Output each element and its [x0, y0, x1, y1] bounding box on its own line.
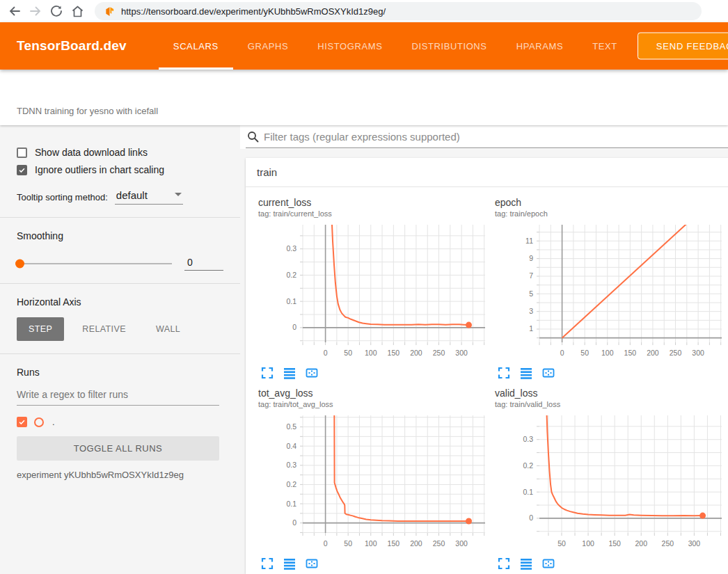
data-lines-icon: [283, 367, 296, 379]
wall-axis-button[interactable]: WALL: [144, 317, 192, 341]
chart-toolbar: [495, 367, 722, 381]
fit-domain-button[interactable]: [542, 557, 555, 571]
tag-filter-row: Filter tags (regular expressions support…: [240, 125, 728, 149]
ignore-outliers-row[interactable]: Ignore outliers in chart scaling: [17, 164, 223, 175]
tag-group-header[interactable]: train: [246, 158, 728, 187]
runs-section: Runs Write a regex to filter runs . TOGG…: [0, 354, 240, 493]
show-download-links-row[interactable]: Show data download links: [17, 147, 223, 158]
run-checkbox[interactable]: [17, 417, 27, 427]
svg-text:0.1: 0.1: [286, 500, 296, 508]
reload-button[interactable]: [46, 1, 67, 21]
content: Show data download links Ignore outliers…: [0, 125, 728, 574]
run-name: .: [52, 417, 55, 427]
svg-text:0: 0: [292, 323, 296, 331]
svg-text:0: 0: [324, 539, 328, 548]
slider-thumb[interactable]: [15, 260, 24, 269]
home-button[interactable]: [67, 1, 88, 21]
svg-text:150: 150: [388, 539, 400, 548]
svg-text:0.3: 0.3: [286, 461, 296, 469]
svg-text:50: 50: [580, 349, 589, 357]
fullscreen-icon: [498, 557, 510, 570]
tab-distributions[interactable]: DISTRIBUTIONS: [397, 22, 501, 70]
app-logo: TensorBoard.dev: [17, 38, 127, 54]
svg-text:250: 250: [433, 539, 445, 548]
browser-toolbar: https://tensorboard.dev/experiment/yKUbh…: [0, 0, 728, 22]
home-icon: [71, 5, 84, 18]
tab-histograms[interactable]: HISTOGRAMS: [303, 22, 397, 70]
toggle-all-runs-button[interactable]: TOGGLE ALL RUNS: [17, 436, 219, 461]
experiment-title-bar: TDNN training for yesno with icefall: [0, 70, 728, 125]
tooltip-sorting-row: Tooltip sorting method: default: [17, 189, 223, 205]
chart-tag: tag: train/epoch: [495, 209, 722, 218]
svg-text:0: 0: [292, 518, 296, 527]
tag-filter-input[interactable]: Filter tags (regular expressions support…: [246, 129, 728, 148]
data-lines-button[interactable]: [520, 557, 532, 571]
chart-plot[interactable]: 0501001502002503001357911: [495, 220, 726, 363]
fullscreen-button[interactable]: [498, 367, 510, 381]
tab-hparams[interactable]: HPARAMS: [502, 22, 578, 70]
data-lines-icon: [520, 367, 532, 379]
fullscreen-icon: [261, 367, 274, 379]
chart-plot[interactable]: 05010015020025030000.10.20.30.40.5: [258, 410, 489, 554]
ignore-outliers-checkbox[interactable]: [17, 165, 27, 175]
series-end-dot: [466, 322, 472, 328]
svg-text:0.1: 0.1: [286, 297, 296, 305]
step-axis-button[interactable]: STEP: [17, 317, 64, 341]
fullscreen-button[interactable]: [498, 557, 510, 571]
data-lines-button[interactable]: [283, 367, 296, 381]
fit-domain-button[interactable]: [542, 367, 555, 381]
data-lines-icon: [520, 557, 532, 570]
run-filter-input[interactable]: Write a regex to filter runs: [17, 389, 219, 406]
chart-toolbar: [258, 557, 485, 571]
run-color-swatch-icon[interactable]: [34, 417, 44, 427]
charts-grid: current_losstag: train/current_loss05010…: [246, 187, 728, 574]
svg-text:250: 250: [662, 539, 674, 548]
tooltip-sorting-label: Tooltip sorting method:: [17, 192, 108, 205]
svg-text:0: 0: [529, 513, 533, 522]
fullscreen-icon: [498, 367, 510, 379]
svg-text:200: 200: [635, 539, 647, 548]
svg-text:0: 0: [560, 349, 564, 357]
chevron-down-icon: [175, 193, 182, 196]
tab-graphs[interactable]: GRAPHS: [233, 22, 303, 70]
forward-button[interactable]: [25, 1, 46, 21]
svg-text:9: 9: [529, 254, 533, 262]
tooltip-sorting-dropdown[interactable]: default: [115, 189, 183, 205]
chart-card-valid_loss: valid_losstag: train/valid_loss501001502…: [485, 383, 722, 574]
fullscreen-button[interactable]: [261, 557, 274, 571]
smoothing-slider[interactable]: [17, 263, 172, 264]
fit-domain-button[interactable]: [306, 557, 318, 571]
show-download-links-checkbox[interactable]: [17, 148, 27, 158]
url-text: https://tensorboard.dev/experiment/yKUbh…: [121, 6, 386, 17]
smoothing-value[interactable]: 0: [184, 257, 223, 271]
run-row: .: [17, 417, 223, 427]
tab-text[interactable]: TEXT: [578, 22, 632, 70]
back-button[interactable]: [4, 1, 25, 21]
chart-tag: tag: train/valid_loss: [495, 400, 722, 408]
svg-text:150: 150: [388, 349, 400, 357]
tooltip-sorting-value: default: [116, 189, 148, 201]
svg-text:0: 0: [324, 349, 328, 357]
svg-text:300: 300: [455, 349, 468, 357]
fit-domain-button[interactable]: [306, 367, 318, 381]
data-lines-button[interactable]: [283, 557, 296, 571]
send-feedback-button[interactable]: SEND FEEDBACK: [638, 33, 728, 60]
data-lines-button[interactable]: [520, 367, 532, 381]
fit-domain-icon: [542, 557, 555, 570]
tensorboard-favicon: [104, 6, 115, 17]
chart-plot[interactable]: 05010015020025030000.10.20.3: [258, 220, 489, 363]
horizontal-axis-buttons: STEP RELATIVE WALL: [17, 317, 223, 341]
address-bar[interactable]: https://tensorboard.dev/experiment/yKUbh…: [95, 2, 702, 20]
smoothing-slider-row: 0: [17, 257, 223, 271]
relative-axis-button[interactable]: RELATIVE: [70, 317, 138, 341]
chart-plot[interactable]: 5010015020025030000.10.20.3: [495, 410, 726, 554]
svg-text:1: 1: [529, 324, 533, 333]
svg-text:300: 300: [688, 539, 701, 548]
fullscreen-icon: [261, 557, 274, 570]
fullscreen-button[interactable]: [261, 367, 274, 381]
svg-text:300: 300: [692, 349, 704, 357]
tab-scalars[interactable]: SCALARS: [159, 22, 233, 70]
svg-text:0.1: 0.1: [523, 488, 533, 496]
nav-tabs: SCALARSGRAPHSHISTOGRAMSDISTRIBUTIONSHPAR…: [159, 22, 632, 70]
svg-text:150: 150: [608, 539, 621, 548]
